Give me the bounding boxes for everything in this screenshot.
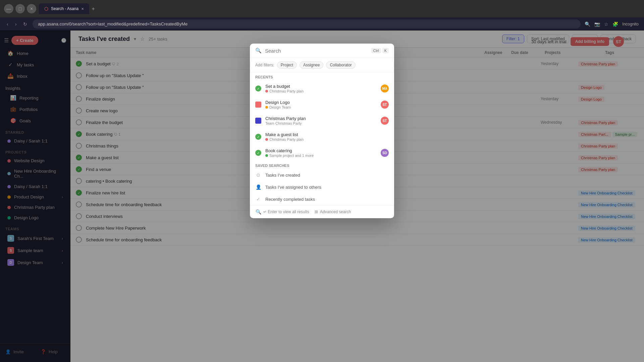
- filter-collaborator-chip[interactable]: Collaborator: [326, 61, 355, 69]
- saved-search-assigned[interactable]: 👤 Tasks I've assigned to others: [250, 181, 394, 193]
- extension-icon[interactable]: 🧩: [612, 21, 618, 27]
- back-button[interactable]: ‹: [5, 20, 10, 28]
- result-dot-4: [265, 138, 268, 141]
- advanced-search-label: Advanced search: [320, 209, 351, 214]
- new-tab-button[interactable]: ＋: [91, 5, 96, 12]
- tab-title: Search - Asana: [51, 6, 78, 11]
- search-footer-icon: 🔍: [255, 209, 261, 215]
- result-subtitle-4: Christmas Party plan: [265, 137, 389, 141]
- result-subtitle-1: Christmas Party plan: [265, 89, 377, 93]
- maximize-button[interactable]: □: [15, 4, 25, 13]
- saved-icon-2: 👤: [255, 184, 261, 190]
- saved-section-title: Saved searches: [250, 161, 394, 169]
- result-icon-4: ✓: [255, 134, 261, 140]
- search-input[interactable]: [265, 48, 368, 54]
- tab-bar: ⬡ Search - Asana ✕ ＋: [39, 3, 640, 14]
- url-text: app.asana.com/0/search?sort=last_modifie…: [38, 21, 187, 26]
- recents-section-title: Recents: [250, 72, 394, 80]
- forward-button[interactable]: ›: [14, 20, 18, 28]
- advanced-search-icon: ⊞: [315, 209, 318, 214]
- result-avatar-3: ST: [381, 117, 389, 125]
- saved-label-1: Tasks I've created: [265, 173, 300, 178]
- result-icon-2: [255, 102, 261, 108]
- result-dot-2: [265, 106, 268, 109]
- result-content-3: Christmas Party plan Team Christmas Part…: [265, 116, 377, 125]
- tab-close-button[interactable]: ✕: [81, 7, 84, 11]
- close-button[interactable]: ×: [27, 4, 36, 13]
- enter-hint: 🔍 ↵ Enter to view all results: [255, 209, 309, 215]
- search-result-set-a-budget[interactable]: ✓ Set a budget Christmas Party plan MA: [250, 80, 394, 97]
- ctrl-key: Ctrl: [371, 48, 381, 53]
- search-result-christmas-party[interactable]: Christmas Party plan Team Christmas Part…: [250, 113, 394, 129]
- active-tab[interactable]: ⬡ Search - Asana ✕: [39, 3, 89, 14]
- refresh-button[interactable]: ↻: [22, 20, 29, 28]
- address-bar[interactable]: app.asana.com/0/search?sort=last_modifie…: [33, 19, 581, 28]
- result-content-1: Set a budget Christmas Party plan: [265, 84, 377, 93]
- search-shortcut: Ctrl K: [371, 48, 389, 53]
- saved-search-completed[interactable]: ✓ Recently completed tasks: [250, 193, 394, 205]
- add-filters-label: Add filters:: [255, 63, 274, 67]
- saved-icon-3: ✓: [255, 196, 261, 202]
- search-input-row: 🔍 Ctrl K: [250, 44, 394, 58]
- advanced-search-link[interactable]: ⊞ Advanced search: [315, 209, 351, 214]
- result-icon-3: [255, 118, 261, 124]
- search-popup: 🔍 Ctrl K Add filters: Project Assignee C…: [250, 44, 394, 218]
- search-result-guest-list[interactable]: ✓ Make a guest list Christmas Party plan: [250, 129, 394, 145]
- result-subtitle-2: Design Team: [265, 105, 377, 109]
- incognito-label: Incognito: [622, 22, 639, 26]
- saved-search-tasks-created[interactable]: ⊙ Tasks I've created: [250, 169, 394, 181]
- result-avatar-2: ST: [381, 101, 389, 109]
- filter-assignee-chip[interactable]: Assignee: [300, 61, 323, 69]
- result-avatar-1: MA: [381, 84, 389, 93]
- browser-actions: 🔍 📷 ☆ 🧩 Incognito: [585, 21, 639, 27]
- saved-icon-1: ⊙: [255, 172, 261, 178]
- search-footer: 🔍 ↵ Enter to view all results ⊞ Advanced…: [250, 205, 394, 218]
- search-result-design-logo[interactable]: Design Logo Design Team ST: [250, 97, 394, 113]
- screenshot-icon[interactable]: 📷: [594, 21, 600, 27]
- result-dot-1: [265, 90, 268, 93]
- result-icon-1: ✓: [255, 85, 261, 92]
- result-content-2: Design Logo Design Team: [265, 100, 377, 109]
- result-title-3: Christmas Party plan: [265, 116, 377, 121]
- result-avatar-5: SD: [381, 149, 389, 157]
- result-title-1: Set a budget: [265, 84, 377, 89]
- address-bar-row: ‹ › ↻ app.asana.com/0/search?sort=last_m…: [0, 17, 644, 31]
- saved-label-3: Recently completed tasks: [265, 197, 315, 202]
- result-subtitle-3: Team Christmas Party: [265, 121, 377, 125]
- result-content-4: Make a guest list Christmas Party plan: [265, 132, 389, 141]
- browser-chrome: — □ × ⬡ Search - Asana ✕ ＋: [0, 0, 644, 17]
- result-title-4: Make a guest list: [265, 132, 389, 137]
- search-input-icon: 🔍: [255, 48, 262, 54]
- filter-project-chip[interactable]: Project: [277, 61, 297, 69]
- result-subtitle-5: Sample project and 1 more: [265, 154, 377, 158]
- result-dot-5: [265, 154, 268, 157]
- search-filters-row: Add filters: Project Assignee Collaborat…: [250, 58, 394, 72]
- result-title-2: Design Logo: [265, 100, 377, 105]
- result-content-5: Book catering Sample project and 1 more: [265, 148, 377, 158]
- minimize-button[interactable]: —: [4, 4, 13, 13]
- bookmark-icon[interactable]: ☆: [604, 21, 608, 27]
- search-result-book-catering[interactable]: ✓ Book catering Sample project and 1 mor…: [250, 145, 394, 161]
- browser-controls: — □ ×: [4, 4, 36, 13]
- enter-hint-text: ↵ Enter to view all results: [263, 209, 309, 214]
- result-title-5: Book catering: [265, 148, 377, 153]
- asana-logo-icon: ⬡: [44, 6, 48, 11]
- result-icon-5: ✓: [255, 150, 261, 156]
- saved-label-2: Tasks I've assigned to others: [265, 185, 321, 190]
- search-icon[interactable]: 🔍: [585, 21, 590, 27]
- k-key: K: [382, 48, 389, 53]
